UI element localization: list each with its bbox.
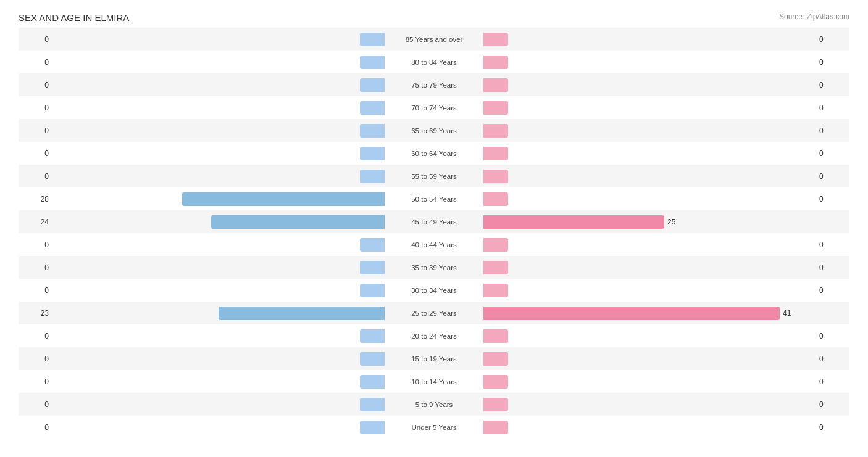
female-side: 25 (483, 215, 816, 229)
male-value: 0 (19, 241, 52, 249)
female-side (483, 237, 816, 252)
bars-wrapper: 40 to 44 Years (52, 233, 816, 256)
male-side (52, 32, 385, 47)
male-side (52, 283, 385, 298)
male-side (52, 78, 385, 93)
female-value: 0 (816, 149, 849, 158)
chart-row: 015 to 19 Years0 (19, 347, 849, 370)
female-value: 0 (816, 400, 849, 409)
age-label: 70 to 74 Years (385, 104, 483, 112)
bars-wrapper: 15 to 19 Years (52, 347, 816, 370)
bars-wrapper: 45 to 49 Years25 (52, 210, 816, 233)
female-side (483, 78, 816, 93)
male-value: 28 (19, 195, 52, 204)
male-side (52, 123, 385, 138)
male-bar-zero (360, 56, 385, 69)
male-value: 0 (19, 58, 52, 67)
female-side (483, 192, 816, 207)
female-bar-zero (483, 147, 508, 160)
female-value: 0 (816, 104, 849, 112)
female-value: 0 (816, 241, 849, 249)
age-label: 15 to 19 Years (385, 355, 483, 363)
chart-row: 020 to 24 Years0 (19, 324, 849, 347)
female-side (483, 260, 816, 275)
bars-wrapper: 65 to 69 Years (52, 119, 816, 142)
bars-wrapper: 75 to 79 Years (52, 73, 816, 96)
male-side (52, 169, 385, 184)
female-bar-zero (483, 352, 508, 366)
male-bar-zero (360, 261, 385, 274)
male-side (52, 352, 385, 366)
female-bar-zero (483, 33, 508, 46)
male-bar-zero (360, 238, 385, 252)
age-label: 60 to 64 Years (385, 150, 483, 157)
female-bar-zero (483, 56, 508, 69)
chart-row: 055 to 59 Years0 (19, 165, 849, 187)
age-label: 10 to 14 Years (385, 378, 483, 385)
male-bar-zero (360, 375, 385, 389)
age-label: 65 to 69 Years (385, 127, 483, 134)
female-bar-zero (483, 284, 508, 297)
chart-row: 035 to 39 Years0 (19, 256, 849, 279)
female-bar-zero (483, 124, 508, 138)
female-bar-zero (483, 398, 508, 411)
age-label: Under 5 Years (385, 424, 483, 431)
bars-wrapper: 25 to 29 Years41 (52, 302, 816, 324)
chart-row: 010 to 14 Years0 (19, 370, 849, 393)
female-side (483, 420, 816, 435)
bars-wrapper: 10 to 14 Years (52, 370, 816, 393)
chart-row: 030 to 34 Years0 (19, 279, 849, 302)
female-value: 0 (816, 81, 849, 89)
female-value-after: 25 (664, 218, 675, 226)
bars-wrapper: 30 to 34 Years (52, 279, 816, 302)
female-side (483, 55, 816, 70)
female-side (483, 101, 816, 115)
female-side (483, 352, 816, 366)
male-value: 0 (19, 126, 52, 135)
male-bar-zero (360, 284, 385, 297)
age-label: 75 to 79 Years (385, 81, 483, 89)
chart-row: 080 to 84 Years0 (19, 51, 849, 73)
male-value: 0 (19, 355, 52, 363)
female-side (483, 374, 816, 389)
age-label: 30 to 34 Years (385, 287, 483, 294)
male-value: 0 (19, 400, 52, 409)
female-bar (483, 307, 780, 320)
female-value: 0 (816, 172, 849, 181)
chart-row: 070 to 74 Years0 (19, 96, 849, 119)
male-bar-zero (360, 421, 385, 434)
male-value: 0 (19, 377, 52, 386)
female-value: 0 (816, 377, 849, 386)
age-label: 5 to 9 Years (385, 401, 483, 408)
male-value: 0 (19, 263, 52, 272)
female-bar-zero (483, 238, 508, 252)
male-value: 0 (19, 149, 52, 158)
male-side (52, 420, 385, 435)
bars-wrapper: 85 Years and over (52, 28, 816, 51)
chart-area: 085 Years and over0080 to 84 Years0075 t… (19, 28, 849, 410)
chart-row: 2445 to 49 Years25 (19, 210, 849, 233)
chart-container: SEX AND AGE IN ELMIRA Source: ZipAtlas.c… (0, 0, 868, 457)
male-bar-zero (360, 398, 385, 411)
female-bar-zero (483, 78, 508, 92)
female-value: 0 (816, 423, 849, 432)
male-side (52, 146, 385, 161)
chart-row: 2850 to 54 Years0 (19, 187, 849, 210)
female-side: 41 (483, 306, 816, 321)
female-bar-zero (483, 375, 508, 389)
male-bar-zero (360, 124, 385, 138)
female-bar-zero (483, 261, 508, 274)
female-bar-zero (483, 101, 508, 115)
bars-wrapper: 80 to 84 Years (52, 51, 816, 73)
bars-wrapper: 70 to 74 Years (52, 96, 816, 119)
male-side (52, 55, 385, 70)
male-value: 0 (19, 81, 52, 89)
male-value: 0 (19, 286, 52, 295)
male-value: 0 (19, 172, 52, 181)
bars-wrapper: 20 to 24 Years (52, 324, 816, 347)
female-bar-zero (483, 170, 508, 183)
age-label: 45 to 49 Years (385, 218, 483, 226)
bars-wrapper: 35 to 39 Years (52, 256, 816, 279)
age-label: 80 to 84 Years (385, 59, 483, 66)
male-bar-zero (360, 33, 385, 46)
